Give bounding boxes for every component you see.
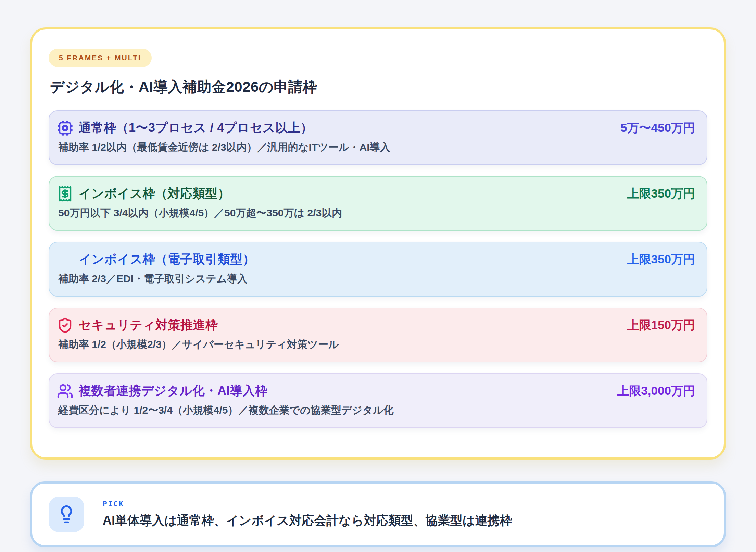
blank-icon [57, 251, 73, 268]
frame-amount: 上限350万円 [627, 186, 695, 202]
frame-row-security: セキュリティ対策推進枠 上限150万円 補助率 1/2（小規模2/3）／サイバー… [49, 308, 707, 362]
lightbulb-icon-box [49, 497, 84, 532]
frame-head: インボイス枠（電子取引類型） 上限350万円 [57, 251, 695, 268]
frame-name: インボイス枠（対応類型） [79, 185, 230, 202]
pick-label: PICK [103, 500, 512, 508]
frame-detail: 補助率 1/2以内（最低賃金近傍は 2/3以内）／汎用的なITツール・AI導入 [57, 140, 695, 154]
users-icon [57, 383, 73, 399]
frame-amount: 5万〜450万円 [620, 120, 695, 136]
pick-tip-card: PICK AI単体導入は通常枠、インボイス対応会計なら対応類型、協業型は連携枠 [30, 481, 726, 547]
frame-head: セキュリティ対策推進枠 上限150万円 [57, 317, 695, 334]
receipt-icon [57, 186, 73, 202]
frame-head: 通常枠（1〜3プロセス / 4プロセス以上） 5万〜450万円 [57, 120, 695, 136]
shield-check-icon [57, 317, 73, 334]
pick-text-block: PICK AI単体導入は通常枠、インボイス対応会計なら対応類型、協業型は連携枠 [103, 500, 512, 529]
frame-amount: 上限150万円 [627, 317, 695, 333]
frame-detail: 補助率 2/3／EDI・電子取引システム導入 [57, 272, 695, 286]
frame-amount: 上限350万円 [627, 251, 695, 267]
cpu-icon [57, 120, 73, 136]
frame-name: 複数者連携デジタル化・AI導入枠 [79, 382, 267, 399]
frame-row-normal: 通常枠（1〜3プロセス / 4プロセス以上） 5万〜450万円 補助率 1/2以… [49, 110, 707, 165]
frame-row-invoice: インボイス枠（対応類型） 上限350万円 50万円以下 3/4以内（小規模4/5… [49, 176, 707, 231]
frame-name: 通常枠（1〜3プロセス / 4プロセス以上） [79, 120, 313, 136]
frame-detail: 50万円以下 3/4以内（小規模4/5）／50万超〜350万は 2/3以内 [57, 206, 695, 220]
pick-text: AI単体導入は通常枠、インボイス対応会計なら対応類型、協業型は連携枠 [103, 512, 512, 529]
frame-row-invoice-edi: インボイス枠（電子取引類型） 上限350万円 補助率 2/3／EDI・電子取引シ… [49, 242, 707, 297]
frame-amount: 上限3,000万円 [617, 383, 695, 399]
frame-head: インボイス枠（対応類型） 上限350万円 [57, 185, 695, 202]
lightbulb-icon [57, 505, 76, 524]
page: 5 FRAMES + MULTI デジタル化・AI導入補助金2026の申請枠 通… [0, 0, 756, 552]
frame-name: セキュリティ対策推進枠 [79, 317, 218, 334]
frame-detail: 経費区分により 1/2〜3/4（小規模4/5）／複数企業での協業型デジタル化 [57, 403, 695, 417]
frame-name: インボイス枠（電子取引類型） [79, 251, 255, 268]
subsidy-frames-card: 5 FRAMES + MULTI デジタル化・AI導入補助金2026の申請枠 通… [30, 27, 726, 460]
frame-detail: 補助率 1/2（小規模2/3）／サイバーセキュリティ対策ツール [57, 338, 695, 352]
page-title: デジタル化・AI導入補助金2026の申請枠 [50, 77, 707, 97]
frame-row-multi: 複数者連携デジタル化・AI導入枠 上限3,000万円 経費区分により 1/2〜3… [49, 373, 707, 428]
frame-head: 複数者連携デジタル化・AI導入枠 上限3,000万円 [57, 382, 695, 399]
frames-count-badge: 5 FRAMES + MULTI [49, 49, 152, 67]
